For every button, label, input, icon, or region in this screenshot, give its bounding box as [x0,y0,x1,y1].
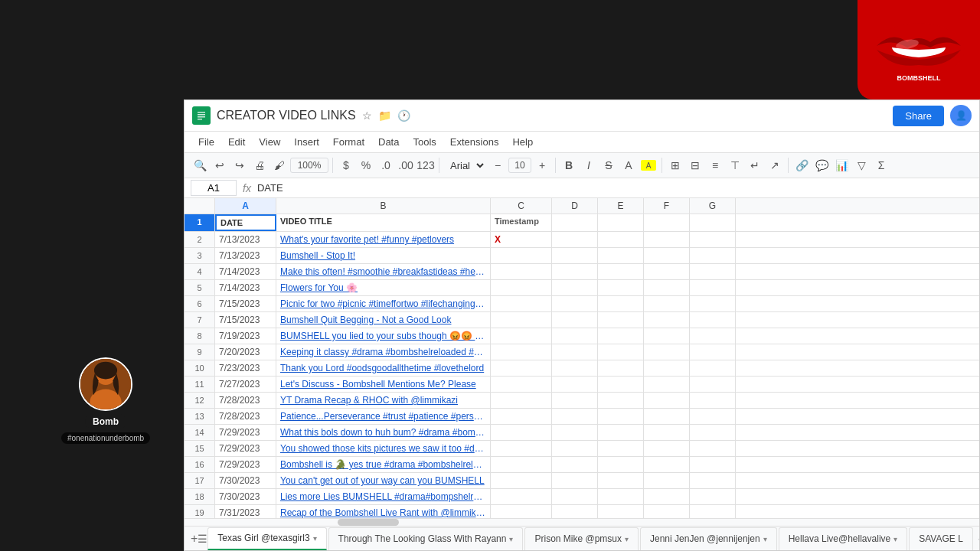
currency-btn[interactable]: $ [337,156,355,174]
cell-c13[interactable] [491,409,552,424]
cell-g2[interactable] [690,232,736,247]
cell-f2[interactable] [644,232,690,247]
menu-data[interactable]: Data [372,133,405,151]
cell-f15[interactable] [644,441,690,456]
cell-d19[interactable] [552,505,598,518]
cell-f10[interactable] [644,360,690,376]
cell-c14[interactable] [491,425,552,440]
cell-d14[interactable] [552,425,598,440]
search-btn[interactable]: 🔍 [191,156,209,174]
cell-d13[interactable] [552,409,598,424]
cell-e13[interactable] [598,409,644,424]
highlight-btn[interactable]: A [641,160,656,171]
cell-f9[interactable] [644,344,690,360]
font-size-plus[interactable]: + [533,156,551,174]
cell-d11[interactable] [552,377,598,392]
cell-e4[interactable] [598,264,644,279]
cell-f19[interactable] [644,505,690,518]
cell-c5[interactable] [491,280,552,295]
cell-d15[interactable] [552,441,598,456]
cell-f3[interactable] [644,248,690,263]
cell-f18[interactable] [644,489,690,504]
cell-c18[interactable] [491,489,552,504]
cell-f11[interactable] [644,377,690,392]
sheet-tab-4[interactable]: Hellava Live@hellavalive ▾ [779,527,908,550]
cell-b5[interactable]: Flowers for You 🌸 [276,280,491,295]
cell-f8[interactable] [644,328,690,344]
cell-b19[interactable]: Recap of the Bombshell Live Rant with @l… [276,505,491,518]
menu-insert[interactable]: Insert [288,133,325,151]
cell-b9[interactable]: Keeping it classy #drama #bombshelreload… [276,344,491,360]
cell-b12[interactable]: YT Drama Recap & RHOC with @limmikazi [276,393,491,408]
cell-a13[interactable]: 7/28/2023 [215,409,276,424]
paint-format-btn[interactable]: 🖌 [270,156,289,174]
cell-b15[interactable]: You showed those kits pictures we saw it… [276,441,491,456]
bold-btn[interactable]: B [560,156,578,174]
menu-file[interactable]: File [192,133,220,151]
cell-d12[interactable] [552,393,598,408]
sheet-tab-5[interactable]: SAVAGE L [909,527,973,550]
cell-f13[interactable] [644,409,690,424]
cell-f5[interactable] [644,280,690,295]
add-sheet-button[interactable]: + [191,530,198,548]
cell-g4[interactable] [690,264,736,279]
chart-btn[interactable]: 📊 [832,156,851,174]
cell-a19[interactable]: 7/31/2023 [215,505,276,518]
cell-c10[interactable] [491,360,552,376]
cell-g12[interactable] [690,393,736,408]
menu-format[interactable]: Format [327,133,371,151]
filter-btn[interactable]: ▽ [852,156,871,174]
sheets-menu-button[interactable]: ☰ [198,530,207,548]
col-header-a[interactable]: A [215,198,276,214]
cell-e6[interactable] [598,296,644,311]
cell-b8[interactable]: BUMSHELL you lied to your subs though 😡😡… [276,328,491,344]
font-select[interactable]: Arial [443,157,487,174]
cell-f14[interactable] [644,425,690,440]
redo-btn[interactable]: ↪ [230,156,249,174]
sheet-tab-2[interactable]: Prison Mike @pmsux ▾ [524,527,639,550]
user-avatar[interactable]: 👤 [950,105,972,126]
cell-e19[interactable] [598,505,644,518]
cell-g8[interactable] [690,328,736,344]
inc-btn[interactable]: .00 [397,156,415,174]
cell-f7[interactable] [644,312,690,328]
cell-b4[interactable]: Make this often! #smoothie #breakfastide… [276,264,491,279]
cell-a17[interactable]: 7/30/2023 [215,473,276,488]
cell-a4[interactable]: 7/14/2023 [215,264,276,279]
cell-e5[interactable] [598,280,644,295]
cell-d8[interactable] [552,328,598,344]
cell-e7[interactable] [598,312,644,328]
sheet-tab-3[interactable]: Jenni JenJen @jennijenjen ▾ [640,527,777,550]
comment-btn[interactable]: 💬 [812,156,831,174]
share-button[interactable]: Share [893,106,944,126]
font-size-minus[interactable]: − [488,156,507,174]
col-header-c[interactable]: C [491,198,552,214]
cell-b16[interactable]: Bombshell is 🐊 yes true #drama #bombshel… [276,457,491,472]
strikethrough-btn[interactable]: S [599,156,618,174]
cell-f1[interactable] [644,214,690,231]
cell-g13[interactable] [690,409,736,424]
cell-f16[interactable] [644,457,690,472]
tab-dropdown-4[interactable]: ▾ [893,535,897,543]
cell-b13[interactable]: Patience...Perseverance #trust #patience… [276,409,491,424]
col-header-b[interactable]: B [276,198,491,214]
cell-e9[interactable] [598,344,644,360]
star-icon[interactable]: ☆ [362,109,372,122]
borders-btn[interactable]: ⊞ [666,156,684,174]
tab-dropdown-0[interactable]: ▾ [313,534,317,543]
formula-input[interactable] [257,182,973,194]
cell-e16[interactable] [598,457,644,472]
cell-c11[interactable] [491,377,552,392]
cell-c19[interactable] [491,505,552,518]
cell-e2[interactable] [598,232,644,247]
cell-d16[interactable] [552,457,598,472]
cell-e11[interactable] [598,377,644,392]
sheet-tab-1[interactable]: Through The Looking Glass With Rayann ▾ [328,527,524,550]
link-btn[interactable]: 🔗 [792,156,811,174]
cell-b2[interactable]: What's your favorite pet! #funny #petlov… [276,232,491,247]
font-size-display[interactable]: 10 [508,158,531,173]
undo-btn[interactable]: ↩ [211,156,229,174]
cell-c1[interactable]: Timestamp [491,214,552,231]
cell-c8[interactable] [491,328,552,344]
cell-b6[interactable]: Picnic for two #picnic #timeffortwo #lif… [276,296,491,311]
